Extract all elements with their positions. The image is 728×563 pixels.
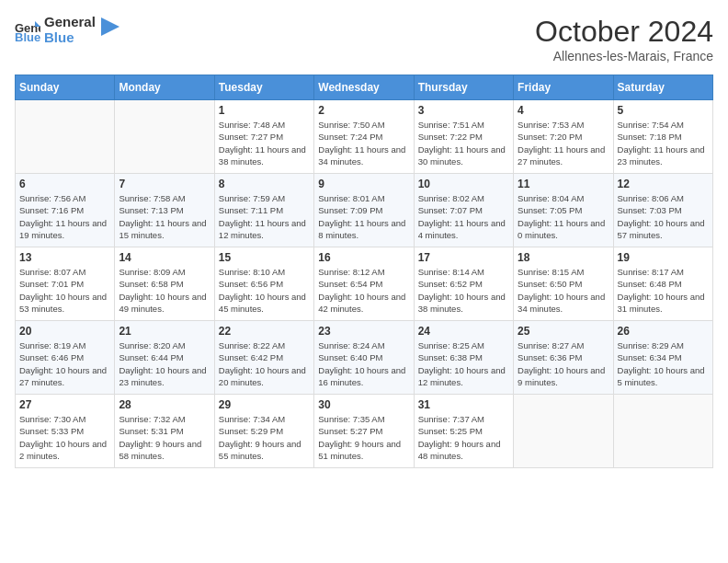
logo: General Blue General Blue <box>15 15 119 45</box>
cell-content: Sunrise: 8:27 AM Sunset: 6:36 PM Dayligh… <box>518 339 609 388</box>
header-monday: Monday <box>115 75 214 100</box>
day-number: 2 <box>318 104 409 117</box>
svg-text:Blue: Blue <box>15 30 40 43</box>
cell-content: Sunrise: 8:24 AM Sunset: 6:40 PM Dayligh… <box>318 339 409 388</box>
day-number: 31 <box>418 398 509 411</box>
cell-content: Sunrise: 7:59 AM Sunset: 7:11 PM Dayligh… <box>219 192 310 241</box>
calendar-cell: 27Sunrise: 7:30 AM Sunset: 5:33 PM Dayli… <box>16 395 115 468</box>
day-number: 16 <box>318 251 409 264</box>
calendar-cell: 1Sunrise: 7:48 AM Sunset: 7:27 PM Daylig… <box>214 100 313 174</box>
cell-content: Sunrise: 8:12 AM Sunset: 6:54 PM Dayligh… <box>318 266 409 315</box>
calendar-cell: 4Sunrise: 7:53 AM Sunset: 7:20 PM Daylig… <box>514 100 613 174</box>
day-number: 4 <box>518 104 609 117</box>
day-number: 26 <box>618 325 709 338</box>
calendar-week-1: 1Sunrise: 7:48 AM Sunset: 7:27 PM Daylig… <box>16 100 713 174</box>
cell-content: Sunrise: 7:30 AM Sunset: 5:33 PM Dayligh… <box>19 413 110 462</box>
header-tuesday: Tuesday <box>214 75 313 100</box>
header-thursday: Thursday <box>414 75 513 100</box>
calendar-table: SundayMondayTuesdayWednesdayThursdayFrid… <box>15 75 713 468</box>
cell-content: Sunrise: 8:15 AM Sunset: 6:50 PM Dayligh… <box>518 266 609 315</box>
day-number: 15 <box>219 251 310 264</box>
cell-content: Sunrise: 8:07 AM Sunset: 7:01 PM Dayligh… <box>19 266 110 315</box>
cell-content: Sunrise: 7:35 AM Sunset: 5:27 PM Dayligh… <box>318 413 409 462</box>
day-number: 29 <box>219 398 310 411</box>
day-number: 27 <box>19 398 110 411</box>
calendar-cell: 9Sunrise: 8:01 AM Sunset: 7:09 PM Daylig… <box>314 174 414 247</box>
calendar-cell: 2Sunrise: 7:50 AM Sunset: 7:24 PM Daylig… <box>314 100 414 174</box>
calendar-cell: 15Sunrise: 8:10 AM Sunset: 6:56 PM Dayli… <box>214 247 313 321</box>
calendar-cell: 3Sunrise: 7:51 AM Sunset: 7:22 PM Daylig… <box>414 100 513 174</box>
day-number: 18 <box>518 251 609 264</box>
cell-content: Sunrise: 8:14 AM Sunset: 6:52 PM Dayligh… <box>418 266 509 315</box>
location-subtitle: Allennes-les-Marais, France <box>535 49 713 63</box>
cell-content: Sunrise: 8:22 AM Sunset: 6:42 PM Dayligh… <box>219 339 310 388</box>
calendar-cell: 8Sunrise: 7:59 AM Sunset: 7:11 PM Daylig… <box>214 174 313 247</box>
cell-content: Sunrise: 8:04 AM Sunset: 7:05 PM Dayligh… <box>518 192 609 241</box>
calendar-cell <box>115 100 214 174</box>
calendar-cell: 26Sunrise: 8:29 AM Sunset: 6:34 PM Dayli… <box>613 321 712 395</box>
calendar-cell: 24Sunrise: 8:25 AM Sunset: 6:38 PM Dayli… <box>414 321 513 395</box>
calendar-cell: 22Sunrise: 8:22 AM Sunset: 6:42 PM Dayli… <box>214 321 313 395</box>
cell-content: Sunrise: 8:02 AM Sunset: 7:07 PM Dayligh… <box>418 192 509 241</box>
cell-content: Sunrise: 7:56 AM Sunset: 7:16 PM Dayligh… <box>19 192 110 241</box>
header-saturday: Saturday <box>613 75 712 100</box>
calendar-cell: 16Sunrise: 8:12 AM Sunset: 6:54 PM Dayli… <box>314 247 414 321</box>
calendar-cell: 30Sunrise: 7:35 AM Sunset: 5:27 PM Dayli… <box>314 395 414 468</box>
day-number: 11 <box>518 178 609 190</box>
logo-arrow-icon <box>101 17 119 36</box>
logo-general: General <box>44 15 96 30</box>
calendar-cell: 5Sunrise: 7:54 AM Sunset: 7:18 PM Daylig… <box>613 100 712 174</box>
calendar-cell: 12Sunrise: 8:06 AM Sunset: 7:03 PM Dayli… <box>613 174 712 247</box>
cell-content: Sunrise: 8:20 AM Sunset: 6:44 PM Dayligh… <box>119 339 210 388</box>
cell-content: Sunrise: 8:19 AM Sunset: 6:46 PM Dayligh… <box>19 339 110 388</box>
calendar-cell: 18Sunrise: 8:15 AM Sunset: 6:50 PM Dayli… <box>514 247 613 321</box>
calendar-header-row: SundayMondayTuesdayWednesdayThursdayFrid… <box>16 75 713 100</box>
day-number: 10 <box>418 178 509 190</box>
svg-marker-3 <box>101 17 119 36</box>
cell-content: Sunrise: 8:25 AM Sunset: 6:38 PM Dayligh… <box>418 339 509 388</box>
cell-content: Sunrise: 8:17 AM Sunset: 6:48 PM Dayligh… <box>618 266 709 315</box>
calendar-cell: 10Sunrise: 8:02 AM Sunset: 7:07 PM Dayli… <box>414 174 513 247</box>
day-number: 22 <box>219 325 310 338</box>
calendar-cell: 28Sunrise: 7:32 AM Sunset: 5:31 PM Dayli… <box>115 395 214 468</box>
logo-blue: Blue <box>44 30 96 46</box>
cell-content: Sunrise: 7:34 AM Sunset: 5:29 PM Dayligh… <box>219 413 310 462</box>
calendar-cell <box>16 100 115 174</box>
day-number: 9 <box>318 178 409 190</box>
calendar-cell <box>613 395 712 468</box>
cell-content: Sunrise: 7:50 AM Sunset: 7:24 PM Dayligh… <box>318 119 409 167</box>
calendar-week-3: 13Sunrise: 8:07 AM Sunset: 7:01 PM Dayli… <box>16 247 713 321</box>
cell-content: Sunrise: 8:09 AM Sunset: 6:58 PM Dayligh… <box>119 266 210 315</box>
cell-content: Sunrise: 8:10 AM Sunset: 6:56 PM Dayligh… <box>219 266 310 315</box>
day-number: 20 <box>19 325 110 338</box>
cell-content: Sunrise: 7:51 AM Sunset: 7:22 PM Dayligh… <box>418 119 509 167</box>
day-number: 23 <box>318 325 409 338</box>
calendar-cell: 13Sunrise: 8:07 AM Sunset: 7:01 PM Dayli… <box>16 247 115 321</box>
day-number: 25 <box>518 325 609 338</box>
calendar-week-4: 20Sunrise: 8:19 AM Sunset: 6:46 PM Dayli… <box>16 321 713 395</box>
cell-content: Sunrise: 8:01 AM Sunset: 7:09 PM Dayligh… <box>318 192 409 241</box>
calendar-cell: 25Sunrise: 8:27 AM Sunset: 6:36 PM Dayli… <box>514 321 613 395</box>
calendar-cell <box>514 395 613 468</box>
calendar-cell: 21Sunrise: 8:20 AM Sunset: 6:44 PM Dayli… <box>115 321 214 395</box>
page-header: General Blue General Blue October 2024 A… <box>15 15 713 63</box>
day-number: 7 <box>119 178 210 190</box>
title-block: October 2024 Allennes-les-Marais, France <box>535 15 713 63</box>
cell-content: Sunrise: 7:32 AM Sunset: 5:31 PM Dayligh… <box>119 413 210 462</box>
day-number: 30 <box>318 398 409 411</box>
calendar-cell: 14Sunrise: 8:09 AM Sunset: 6:58 PM Dayli… <box>115 247 214 321</box>
day-number: 1 <box>219 104 310 117</box>
calendar-cell: 6Sunrise: 7:56 AM Sunset: 7:16 PM Daylig… <box>16 174 115 247</box>
calendar-cell: 17Sunrise: 8:14 AM Sunset: 6:52 PM Dayli… <box>414 247 513 321</box>
calendar-cell: 11Sunrise: 8:04 AM Sunset: 7:05 PM Dayli… <box>514 174 613 247</box>
header-friday: Friday <box>514 75 613 100</box>
calendar-cell: 29Sunrise: 7:34 AM Sunset: 5:29 PM Dayli… <box>214 395 313 468</box>
cell-content: Sunrise: 7:53 AM Sunset: 7:20 PM Dayligh… <box>518 119 609 167</box>
cell-content: Sunrise: 7:54 AM Sunset: 7:18 PM Dayligh… <box>618 119 709 167</box>
day-number: 28 <box>119 398 210 411</box>
calendar-cell: 19Sunrise: 8:17 AM Sunset: 6:48 PM Dayli… <box>613 247 712 321</box>
cell-content: Sunrise: 8:29 AM Sunset: 6:34 PM Dayligh… <box>618 339 709 388</box>
day-number: 8 <box>219 178 310 190</box>
cell-content: Sunrise: 7:58 AM Sunset: 7:13 PM Dayligh… <box>119 192 210 241</box>
logo-icon: General Blue <box>15 17 40 43</box>
